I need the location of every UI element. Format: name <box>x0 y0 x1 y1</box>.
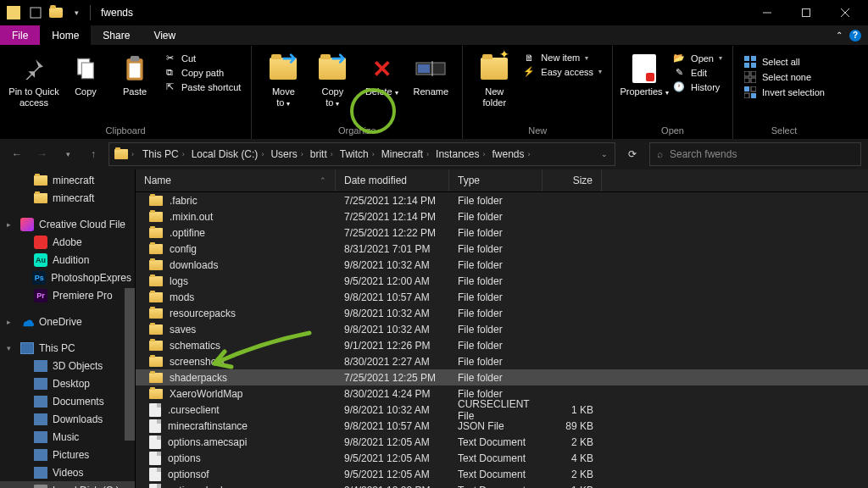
help-icon[interactable]: ? <box>849 30 861 42</box>
file-row[interactable]: minecraftinstance9/8/2021 10:57 AMJSON F… <box>136 418 868 434</box>
tree-scrollbar[interactable] <box>125 288 135 441</box>
group-new: ✦ New folder 🗎New item ▾ ⚡Easy access ▾ … <box>463 46 613 139</box>
breadcrumb-segment[interactable]: Local Disk (C:)› <box>188 148 268 160</box>
tree-node[interactable]: PsPhotoshopExpres <box>0 269 135 286</box>
tree-node[interactable]: minecraft <box>0 171 135 189</box>
folder-icon <box>149 244 163 254</box>
history-icon: 🕐 <box>672 81 686 92</box>
file-row[interactable]: resourcepacks9/8/2021 10:32 AMFile folde… <box>136 305 868 321</box>
breadcrumb-segment[interactable]: britt› <box>307 148 337 160</box>
tab-view[interactable]: View <box>142 25 187 45</box>
col-date[interactable]: Date modified <box>336 169 449 191</box>
qat-dropdown-icon[interactable]: ▾ <box>70 6 83 19</box>
qat-newfolder-icon[interactable] <box>49 6 63 19</box>
file-row[interactable]: options.amecsapi9/8/2021 12:05 AMText Do… <box>136 434 868 450</box>
tree-node[interactable]: ▸Creative Cloud File <box>0 215 135 233</box>
history-button[interactable]: 🕐History <box>672 81 722 92</box>
address-dropdown-icon[interactable]: ⌄ <box>601 150 608 158</box>
tree-label: Downloads <box>53 413 103 425</box>
pin-to-quick-access-button[interactable]: Pin to Quick access <box>7 49 61 125</box>
sort-asc-icon: ⌃ <box>320 176 326 185</box>
file-row[interactable]: mods9/8/2021 10:57 AMFile folder <box>136 289 868 305</box>
file-row[interactable]: .curseclient9/8/2021 10:32 AMCURSECLIENT… <box>136 402 868 418</box>
back-button[interactable]: ← <box>7 144 27 164</box>
file-row[interactable]: .fabric7/25/2021 12:14 PMFile folder <box>136 192 868 208</box>
file-row[interactable]: optionsof9/5/2021 12:05 AMText Document2… <box>136 466 868 482</box>
select-none-button[interactable]: Select none <box>743 71 825 83</box>
tab-home[interactable]: Home <box>40 25 91 45</box>
tree-node[interactable]: ▾This PC <box>0 339 135 357</box>
tree-node[interactable]: 3D Objects <box>0 357 135 374</box>
delete-button[interactable]: ✕ Delete ▾ <box>357 49 406 125</box>
paste-shortcut-button[interactable]: ⇱Paste shortcut <box>163 81 241 92</box>
col-type[interactable]: Type <box>449 169 542 191</box>
forward-button[interactable]: → <box>32 144 53 164</box>
refresh-button[interactable]: ⟳ <box>620 142 644 166</box>
file-row[interactable]: saves9/8/2021 10:32 AMFile folder <box>136 321 868 337</box>
easy-access-button[interactable]: ⚡Easy access ▾ <box>522 66 602 77</box>
search-box[interactable]: ⌕ Search fwends <box>649 142 861 166</box>
tab-file[interactable]: File <box>0 25 40 45</box>
invert-selection-button[interactable]: Invert selection <box>743 86 825 98</box>
file-icon <box>149 403 161 417</box>
select-all-button[interactable]: Select all <box>743 56 825 68</box>
file-row[interactable]: downloads9/8/2021 10:32 AMFile folder <box>136 257 868 273</box>
breadcrumb-root-icon[interactable]: › <box>111 149 137 159</box>
copy-button[interactable]: Copy <box>61 49 110 125</box>
breadcrumb-segment[interactable]: This PC› <box>139 148 188 160</box>
tree-node[interactable]: Adobe <box>0 233 135 251</box>
file-row[interactable]: options9/5/2021 12:05 AMText Document4 K… <box>136 450 868 466</box>
file-row[interactable]: .mixin.out7/25/2021 12:14 PMFile folder <box>136 208 868 225</box>
properties-button[interactable]: Properties ▾ <box>620 49 669 125</box>
file-row[interactable]: optionsshaders9/4/2021 10:00 PMText Docu… <box>136 482 868 488</box>
file-row[interactable]: .optifine7/25/2021 12:22 PMFile folder <box>136 225 868 241</box>
breadcrumb-segment[interactable]: Users› <box>267 148 306 160</box>
tab-share[interactable]: Share <box>91 25 142 45</box>
breadcrumb-segment[interactable]: Minecraft› <box>378 148 432 160</box>
recent-dropdown[interactable]: ▾ <box>58 144 78 164</box>
tree-node[interactable]: PrPremiere Pro <box>0 286 135 304</box>
breadcrumb-segment[interactable]: Twitch› <box>337 148 378 160</box>
maximize-button[interactable] <box>787 0 826 25</box>
open-button[interactable]: 📂Open ▾ <box>672 53 722 64</box>
file-row[interactable]: shaderpacks7/25/2021 12:25 PMFile folder <box>136 369 868 385</box>
move-to-button[interactable]: ➜ Move to ▾ <box>259 49 308 125</box>
copy-path-button[interactable]: ⧉Copy path <box>163 67 241 78</box>
rename-button[interactable]: Rename <box>406 49 455 125</box>
col-name[interactable]: Name⌃ <box>136 169 336 191</box>
edit-button[interactable]: ✎Edit <box>672 67 722 78</box>
breadcrumb-segment[interactable]: Instances› <box>432 148 488 160</box>
new-folder-button[interactable]: ✦ New folder <box>470 49 519 125</box>
up-button[interactable]: ↑ <box>83 144 103 164</box>
minimize-button[interactable] <box>748 0 787 25</box>
tree-node[interactable]: ▸OneDrive <box>0 313 135 330</box>
tree-node[interactable]: Videos <box>0 463 135 481</box>
tree-node[interactable]: AuAudition <box>0 251 135 269</box>
cut-button[interactable]: ✂Cut <box>163 53 241 64</box>
file-size: 1 KB <box>542 485 602 489</box>
breadcrumb-segment[interactable]: fwends› <box>488 148 533 160</box>
tree-node[interactable]: Desktop <box>0 374 135 392</box>
file-row[interactable]: schematics9/1/2021 12:26 PMFile folder <box>136 337 868 353</box>
file-row[interactable]: config8/31/2021 7:01 PMFile folder <box>136 241 868 257</box>
tree-node[interactable]: Downloads <box>0 410 135 428</box>
tree-node[interactable]: ▸Local Disk (C:) <box>0 481 135 488</box>
file-date: 9/5/2021 12:05 AM <box>336 469 449 480</box>
nav-tree[interactable]: minecraftminecraft▸Creative Cloud FileAd… <box>0 169 136 488</box>
new-folder-label: New folder <box>483 86 507 108</box>
tree-node[interactable]: Music <box>0 428 135 446</box>
collapse-ribbon-icon[interactable]: ⌃ <box>836 30 843 40</box>
paste-button[interactable]: Paste <box>110 49 159 125</box>
file-date: 9/8/2021 10:57 AM <box>336 291 449 303</box>
file-row[interactable]: logs9/5/2021 12:00 AMFile folder <box>136 273 868 289</box>
tree-node[interactable]: minecraft <box>0 189 135 207</box>
file-row[interactable]: screenshots8/30/2021 2:27 AMFile folder <box>136 353 868 369</box>
tree-node[interactable]: Documents <box>0 392 135 410</box>
col-size[interactable]: Size <box>542 169 602 191</box>
tree-node[interactable]: Pictures <box>0 446 135 463</box>
close-button[interactable] <box>826 0 865 25</box>
copy-to-button[interactable]: ➜ Copy to ▾ <box>308 49 357 125</box>
new-item-button[interactable]: 🗎New item ▾ <box>522 53 602 63</box>
qat-properties-icon[interactable] <box>29 6 42 19</box>
address-bar[interactable]: › This PC›Local Disk (C:)›Users›britt›Tw… <box>108 142 615 166</box>
